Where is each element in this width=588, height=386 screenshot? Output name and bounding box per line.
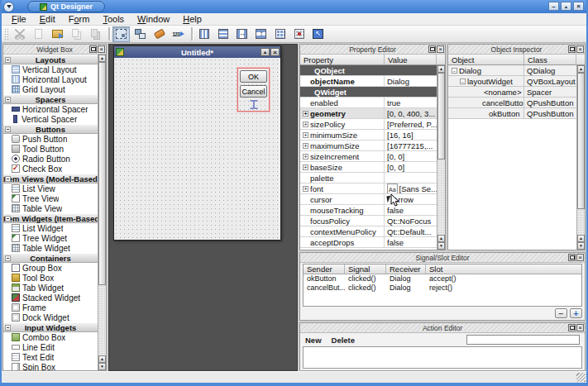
widget-item[interactable]: Tool Box (3, 273, 98, 283)
property-row[interactable]: + baseSize [0, 0] (300, 162, 437, 173)
property-row[interactable]: enabled true (300, 98, 437, 108)
collapse-icon[interactable] (5, 126, 11, 132)
column-header-value[interactable]: Value (385, 55, 437, 64)
widget-item[interactable]: Spin Box (3, 362, 98, 370)
cut-button[interactable] (11, 26, 28, 42)
widget-item[interactable]: Tree Widget (3, 233, 98, 243)
action-editor-header[interactable]: Action Editor (300, 323, 585, 333)
close-panel-button[interactable] (437, 45, 444, 53)
scroll-up-button[interactable] (437, 235, 445, 242)
scroll-up-button[interactable] (98, 355, 106, 363)
widget-item[interactable]: Spacers (3, 94, 98, 104)
delete-action-button[interactable]: Delete (332, 336, 356, 345)
property-row[interactable]: contextMenuPolicy Qt::Default... (300, 226, 437, 237)
scroll-thumb[interactable] (437, 73, 445, 160)
expand-icon[interactable]: + (303, 154, 308, 160)
edit-tab-order-button[interactable] (170, 26, 187, 42)
object-row[interactable]: - Dialog QDialog (448, 65, 576, 76)
toolbar-drag-handle[interactable] (4, 28, 8, 41)
inspector-scrollbar[interactable] (576, 65, 585, 250)
expand-icon[interactable]: + (303, 132, 308, 138)
widget-item[interactable]: Horizontal Spacer (3, 104, 98, 114)
edit-widgets-button[interactable] (112, 26, 130, 42)
scroll-thumb[interactable] (98, 62, 106, 285)
widget-item[interactable]: Frame (3, 303, 98, 312)
widget-item[interactable]: List View (3, 183, 98, 193)
close-panel-button[interactable] (576, 324, 584, 331)
widget-item[interactable]: Layouts (3, 55, 98, 64)
property-row[interactable]: mouseTracking false (300, 205, 437, 216)
property-row[interactable]: + maximumSize [16777215,... (300, 141, 437, 151)
collapse-icon[interactable] (5, 255, 11, 261)
column-header-sender[interactable]: Sender (304, 264, 345, 274)
titlebar[interactable]: Qt Designer (2, 0, 586, 13)
scroll-down-button[interactable] (98, 363, 106, 370)
maximize-button[interactable] (561, 2, 571, 11)
widget-box-header[interactable]: Widget Box (3, 45, 106, 55)
connection-row[interactable]: okButton clicked() Dialog accept() (304, 274, 581, 284)
expand-icon[interactable]: + (303, 111, 308, 117)
signal-slot-header[interactable]: Signal/Slot Editor (300, 253, 585, 263)
collapse-icon[interactable] (5, 325, 11, 331)
widget-item[interactable]: Containers (3, 253, 98, 263)
widget-item[interactable]: Grid Layout (3, 84, 98, 94)
property-row[interactable]: objectName Dialog (300, 76, 437, 87)
property-row[interactable]: cursor Arrow (300, 194, 437, 205)
object-row[interactable]: <noname> Spacer (448, 87, 576, 98)
object-inspector-header[interactable]: Object Inspector (448, 45, 585, 55)
layout-vertical-button[interactable] (214, 26, 232, 42)
property-row[interactable]: QObject (300, 65, 437, 76)
column-header-receiver[interactable]: Receiver (386, 264, 426, 274)
menu-edit[interactable]: Edit (33, 14, 62, 24)
edit-buddies-button[interactable] (151, 26, 168, 42)
property-row[interactable]: acceptDrops false (300, 237, 437, 248)
widget-item[interactable]: Item Widgets (Item-Based) (3, 213, 98, 223)
menu-window[interactable]: Window (131, 14, 176, 24)
close-button[interactable] (573, 2, 584, 11)
copy-button[interactable] (68, 26, 85, 42)
property-editor-header[interactable]: Property Editor (300, 45, 445, 55)
action-list[interactable] (303, 346, 582, 369)
menu-file[interactable]: File (5, 14, 33, 24)
widget-item[interactable]: Dock Widget (3, 312, 98, 322)
minimize-button[interactable] (548, 2, 559, 11)
menu-help[interactable]: Help (176, 14, 208, 24)
object-row[interactable]: - layoutWidget QVBoxLayout (448, 76, 576, 87)
float-panel-button[interactable] (568, 324, 576, 331)
widget-item[interactable]: Line Edit (3, 342, 98, 352)
expand-icon[interactable]: + (303, 186, 308, 192)
scroll-thumb[interactable] (577, 73, 585, 209)
widget-item[interactable]: Radio Button (3, 154, 98, 164)
collapse-icon[interactable] (5, 176, 11, 182)
form-window[interactable]: Untitled* OK Cancel (113, 45, 281, 241)
property-row[interactable]: + font [Sans Se... (300, 183, 437, 194)
new-form-button[interactable] (30, 26, 47, 42)
widget-item[interactable]: Check Box (3, 164, 98, 174)
widget-item[interactable]: Combo Box (3, 332, 98, 342)
collapse-icon[interactable] (5, 216, 11, 222)
float-panel-button[interactable] (89, 45, 97, 53)
widget-item[interactable]: Vertical Layout (3, 64, 98, 74)
float-panel-button[interactable] (428, 45, 436, 53)
layout-horizontal-splitter-button[interactable] (233, 26, 251, 42)
float-panel-button[interactable] (568, 254, 576, 261)
connection-row[interactable]: cancelBut... clicked() Dialog reject() (304, 284, 581, 293)
form-close-button[interactable] (270, 48, 280, 56)
widget-item[interactable]: Table View (3, 203, 98, 213)
break-layout-button[interactable] (290, 26, 308, 42)
adjust-size-button[interactable] (309, 26, 327, 42)
layout-grid-button[interactable] (271, 26, 289, 42)
object-row[interactable]: okButton QPushButton (448, 108, 576, 119)
widget-item[interactable]: Tab Widget (3, 283, 98, 293)
column-header-object[interactable]: Object (448, 55, 524, 64)
expand-icon[interactable]: - (460, 79, 466, 84)
menu-tools[interactable]: Tools (96, 14, 131, 24)
paste-button[interactable] (87, 26, 104, 42)
new-action-button[interactable]: New (305, 336, 322, 345)
widget-box-scrollbar[interactable] (98, 55, 106, 370)
property-row[interactable]: + minimumSize [16, 16] (300, 130, 437, 141)
widget-item[interactable]: Input Widgets (3, 322, 98, 332)
widget-item[interactable]: Vertical Spacer (3, 114, 98, 124)
widget-item[interactable]: Horizontal Layout (3, 74, 98, 84)
scroll-down-button[interactable] (437, 242, 445, 250)
